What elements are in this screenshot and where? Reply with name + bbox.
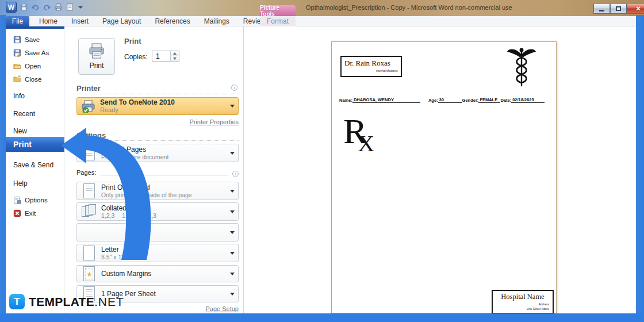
tab-file[interactable]: File [6, 16, 29, 26]
print-preview-icon[interactable] [66, 3, 74, 12]
page-setup-link[interactable]: Page Setup [206, 305, 239, 312]
sidebar-item-label: Options [25, 197, 48, 204]
save-icon [13, 36, 21, 44]
spin-down-icon [173, 57, 177, 60]
setting-subtitle: Print the entire document [101, 154, 227, 160]
dropdown-caret-icon [230, 293, 235, 296]
print-one-sided-icon [83, 183, 95, 198]
undo-icon[interactable] [31, 3, 40, 12]
pages-label: Pages: [76, 169, 96, 177]
print-range-dropdown[interactable]: Print All Pages Print the entire documen… [76, 144, 239, 162]
print-button[interactable]: Print [78, 38, 115, 75]
copies-decrement-button[interactable] [171, 56, 179, 62]
printer-dropdown[interactable]: Send To OneNote 2010 Ready [76, 97, 239, 115]
sidebar-item-label: Info [13, 92, 25, 100]
setting-subtitle: Only print on one side of the page [101, 191, 227, 198]
sidebar-item-info[interactable]: Info [6, 90, 64, 102]
close-button[interactable]: ✕ [627, 4, 644, 14]
titlebar: W Picture Tools Opthalmologist_Prescript… [0, 0, 644, 16]
sidebar-item-label: Save & Send [13, 161, 53, 169]
print-heading: Print [124, 37, 141, 45]
setting-title: Print All Pages [101, 146, 227, 154]
dropdown-caret-icon [230, 152, 235, 155]
settings-heading: Settings [76, 131, 106, 140]
setting-title: Custom Margins [101, 270, 227, 278]
rx-symbol: RX [343, 114, 384, 148]
sidebar-item-label: Open [25, 63, 41, 70]
pages-row: Pages: i [76, 166, 239, 177]
sidebar-item-label: Save [25, 36, 40, 43]
sidebar-item-save-as[interactable]: Save As [6, 47, 64, 59]
options-icon [13, 196, 21, 204]
tab-mailings[interactable]: Mailings [197, 16, 236, 26]
pages-info-icon[interactable]: i [232, 171, 239, 177]
save-icon[interactable] [20, 3, 28, 12]
maximize-button[interactable] [610, 4, 627, 14]
sidebar-item-label: Save As [25, 49, 49, 56]
redo-icon[interactable] [43, 3, 51, 12]
prescription-date: 02/18/2025 [511, 97, 545, 103]
custom-margins-icon: ★ [83, 266, 95, 281]
pages-input[interactable] [101, 167, 228, 175]
hospital-street: Line Street Name [496, 307, 549, 310]
close-icon: ✕ [635, 5, 641, 13]
doctor-name: Dr. Rain Roxas [344, 59, 398, 68]
sidebar-item-label: Close [25, 76, 41, 83]
orientation-dropdown[interactable] [76, 223, 239, 241]
printer-status: Ready [100, 106, 227, 113]
printer-properties-link[interactable]: Printer Properties [189, 118, 239, 125]
name-label: Name: [339, 98, 352, 103]
sidebar-item-save-and-send[interactable]: Save & Send [6, 159, 64, 171]
picture-tools-group: Picture Tools [260, 5, 296, 16]
setting-title: Print One Sided [101, 184, 227, 191]
backstage-view: Save Save As Open Close Info Recent New … [6, 26, 636, 313]
dropdown-caret-icon [230, 190, 235, 193]
sidebar-item-help[interactable]: Help [6, 177, 64, 190]
tab-page-layout[interactable]: Page Layout [95, 16, 148, 26]
collated-icon [82, 204, 97, 219]
patient-gender: FEMALE [478, 97, 500, 103]
sidebar-item-label: New [13, 127, 27, 135]
sidebar-item-close[interactable]: Close [6, 73, 64, 86]
onenote-printer-icon [81, 100, 96, 113]
sidebar-item-print[interactable]: Print [6, 137, 64, 152]
copies-value[interactable]: 1 [152, 51, 170, 61]
sidebar-item-exit[interactable]: Exit [6, 207, 64, 220]
sidebar-item-recent[interactable]: Recent [6, 108, 64, 120]
minimize-button[interactable] [593, 4, 610, 14]
doctor-name-box: Dr. Rain Roxas Internal Medicine [340, 56, 402, 77]
rx-x: X [358, 131, 374, 156]
tab-format[interactable]: Format [260, 16, 296, 26]
brand-tld: .NET [94, 295, 124, 308]
paper-size-dropdown[interactable]: Letter 8.5" x 11" [76, 244, 239, 262]
sidebar-item-label: Help [13, 179, 28, 187]
backstage-sidebar: Save Save As Open Close Info Recent New … [6, 26, 64, 313]
printer-icon [88, 43, 105, 59]
print-sides-dropdown[interactable]: Print One Sided Only print on one side o… [76, 182, 239, 200]
print-panel: Print Print Copies: 1 Printer i Send To … [64, 26, 243, 313]
hospital-box: Hospital Name Address Line Street Name [492, 290, 554, 314]
collation-dropdown[interactable]: Collated 1,2,3 1,2,3 1,2,3 [76, 202, 239, 221]
tab-insert[interactable]: Insert [64, 16, 95, 26]
quick-print-icon[interactable] [54, 3, 63, 12]
sidebar-item-new[interactable]: New [6, 125, 64, 137]
star-icon: ★ [86, 270, 93, 278]
sidebar-item-label: Exit [25, 210, 36, 217]
sidebar-item-save[interactable]: Save [6, 33, 64, 46]
customize-qat-caret-icon[interactable] [78, 6, 83, 9]
copies-stepper[interactable]: 1 [152, 51, 179, 62]
print-all-pages-icon [83, 145, 95, 160]
sidebar-item-options[interactable]: Options [6, 194, 64, 206]
tab-references[interactable]: References [148, 16, 197, 26]
copies-increment-button[interactable] [171, 51, 179, 56]
printer-heading: Printer [76, 84, 101, 93]
margins-dropdown[interactable]: ★ Custom Margins [76, 265, 239, 282]
printer-info-icon[interactable]: i [231, 85, 237, 91]
tab-home[interactable]: Home [32, 16, 64, 26]
word-logo-icon[interactable]: W [6, 2, 17, 13]
sidebar-item-open[interactable]: Open [6, 60, 64, 72]
template-net-tile-icon: T [9, 294, 25, 309]
patient-info-line: Name: DHAROSA, WENDY Age: 30 Gender: FEM… [339, 97, 549, 103]
setting-subtitle: 1,2,3 1,2,3 1,2,3 [101, 212, 227, 219]
doctor-subtitle: Internal Medicine [344, 69, 398, 72]
